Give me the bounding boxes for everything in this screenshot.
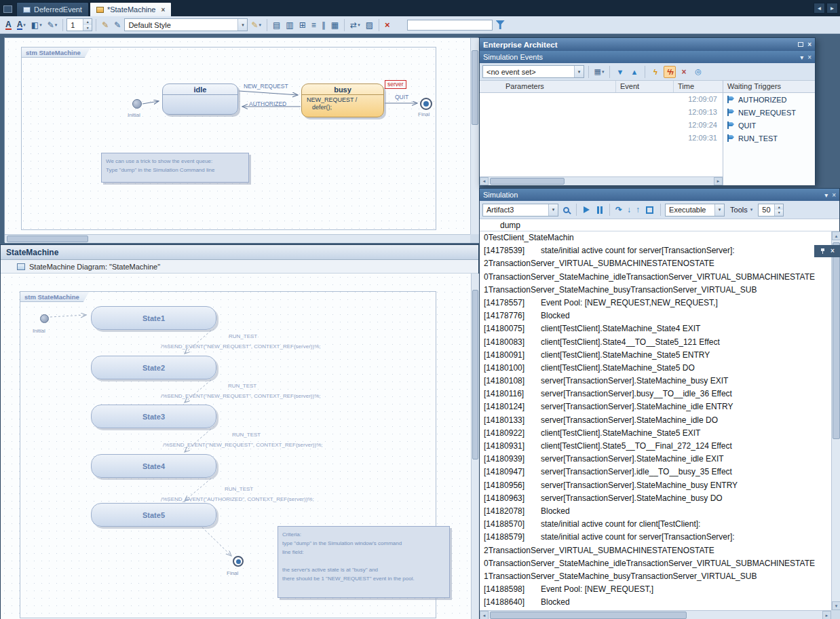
insert-image-button[interactable]: ▨ bbox=[364, 18, 375, 32]
close-icon[interactable]: × bbox=[807, 54, 812, 61]
run-simulation-button[interactable] bbox=[584, 206, 590, 213]
vertical-scrollbar[interactable] bbox=[471, 274, 479, 619]
style-pen-button[interactable]: ✎▾ bbox=[249, 18, 263, 32]
state-state5[interactable]: State5 bbox=[91, 503, 216, 527]
window-menu-icon[interactable]: ▾ bbox=[800, 54, 803, 61]
close-icon[interactable]: × bbox=[831, 248, 835, 255]
state-state2[interactable]: State2 bbox=[91, 356, 216, 379]
simulation-event-row[interactable]: 12:09:07 bbox=[480, 93, 723, 106]
font-face-button[interactable]: A▾ bbox=[15, 18, 28, 32]
artifact-dropdown[interactable]: Artifact3 ▾ bbox=[482, 204, 558, 217]
window-menu-icon[interactable]: ▾ bbox=[824, 191, 828, 199]
alignment-tool-button[interactable]: ▦ bbox=[329, 18, 341, 32]
relationships-button[interactable]: ⇄▾ bbox=[348, 18, 362, 32]
scrollbar-thumb[interactable] bbox=[472, 290, 478, 459]
simulation-command-input[interactable]: dump bbox=[480, 219, 839, 231]
note-element[interactable]: We can use a trick to show the event que… bbox=[101, 153, 249, 183]
close-tab-icon[interactable]: × bbox=[161, 6, 165, 14]
horizontal-scrollbar[interactable]: ◄ ► bbox=[480, 176, 723, 185]
simulation-event-row[interactable]: 12:09:13 bbox=[480, 106, 723, 119]
remove-event-icon[interactable]: × bbox=[678, 66, 690, 78]
scrollbar-thumb[interactable] bbox=[7, 236, 88, 242]
waiting-trigger-item[interactable]: RUN_TEST bbox=[723, 132, 815, 145]
column-header-event[interactable]: Event bbox=[616, 81, 674, 92]
scrollbar-thumb[interactable] bbox=[472, 50, 478, 125]
alignment-tool-button[interactable]: ▤ bbox=[271, 18, 282, 32]
simulation-log[interactable]: 0TestClient_StateMachin[14178539]state/i… bbox=[480, 231, 831, 610]
style-dropdown[interactable]: Default Style ▾ bbox=[124, 18, 248, 31]
event-list-view-icon[interactable]: ▦▾ bbox=[593, 66, 605, 78]
scroll-down-icon[interactable]: ▼ bbox=[832, 601, 840, 610]
format-brush-button[interactable]: ✎ bbox=[100, 18, 111, 32]
alignment-tool-button[interactable]: ▥ bbox=[284, 18, 295, 32]
multi-trigger-icon[interactable]: ϟϟ bbox=[664, 66, 676, 78]
window-titlebar[interactable]: Enterprise Architect × bbox=[480, 38, 815, 51]
final-node[interactable] bbox=[420, 98, 432, 110]
line-color-button[interactable]: ✎▾ bbox=[45, 18, 60, 32]
pause-button[interactable] bbox=[597, 206, 603, 214]
scroll-left-icon[interactable]: ◄ bbox=[480, 611, 489, 619]
scrollbar-thumb[interactable] bbox=[833, 242, 840, 439]
help-icon[interactable]: ◎ bbox=[692, 66, 704, 78]
final-node[interactable] bbox=[233, 556, 244, 567]
spin-up-icon[interactable]: ▲ bbox=[83, 19, 92, 25]
auto-hide-pin-icon[interactable] bbox=[820, 248, 826, 255]
vertical-scrollbar[interactable]: ▲ ▼ bbox=[831, 231, 840, 610]
diagram-breadcrumb[interactable]: StateMachine Diagram: "StateMachine" bbox=[1, 260, 478, 274]
step-out-button[interactable]: ↑ bbox=[634, 205, 641, 214]
move-event-down-icon[interactable]: ▼ bbox=[614, 66, 626, 78]
step-over-button[interactable]: ↷ bbox=[614, 205, 624, 214]
note-element[interactable]: Criteria:type "dump" in the Simulation w… bbox=[278, 526, 450, 598]
scroll-tabs-right-button[interactable]: ► bbox=[826, 3, 838, 14]
spin-down-icon[interactable]: ▼ bbox=[83, 25, 92, 31]
initial-node[interactable] bbox=[40, 314, 49, 323]
simulation-event-row[interactable]: 12:09:24 bbox=[480, 119, 723, 132]
horizontal-scrollbar[interactable] bbox=[5, 234, 470, 243]
state-state4[interactable]: State4 bbox=[91, 454, 216, 478]
spin-down-icon[interactable]: ▼ bbox=[775, 210, 783, 216]
state-idle[interactable]: idle bbox=[162, 83, 238, 115]
maximize-icon[interactable] bbox=[798, 42, 803, 47]
spin-up-icon[interactable]: ▲ bbox=[775, 204, 783, 210]
close-icon[interactable]: × bbox=[832, 191, 836, 199]
initial-node[interactable] bbox=[132, 99, 142, 109]
scroll-left-icon[interactable]: ◄ bbox=[480, 177, 489, 185]
simulation-header[interactable]: Simulation ▾ × bbox=[480, 189, 839, 201]
close-icon[interactable]: × bbox=[807, 41, 812, 48]
move-event-up-icon[interactable]: ▲ bbox=[628, 66, 641, 78]
step-into-button[interactable]: ↓ bbox=[626, 205, 632, 214]
alignment-tool-button[interactable]: ∥ bbox=[320, 18, 328, 32]
waiting-trigger-item[interactable]: AUTHORIZED bbox=[723, 93, 815, 106]
simulation-event-row[interactable]: 12:09:31 bbox=[480, 132, 723, 145]
font-color-button[interactable]: A bbox=[3, 18, 14, 32]
window-titlebar[interactable]: StateMachine bbox=[1, 245, 478, 260]
scrollbar-thumb[interactable] bbox=[490, 612, 687, 619]
scroll-tabs-left-button[interactable]: ◄ bbox=[814, 3, 825, 14]
scroll-up-icon[interactable]: ▲ bbox=[832, 231, 840, 240]
alignment-tool-button[interactable]: ≡ bbox=[309, 18, 318, 32]
tab-statemachine[interactable]: *StateMachine × bbox=[90, 2, 172, 16]
delete-button[interactable]: × bbox=[383, 18, 392, 32]
diagram-canvas-test-statemachine[interactable]: stm StateMachine Initial bbox=[1, 274, 471, 619]
format-pen-button[interactable]: ✎ bbox=[112, 18, 123, 32]
simulation-events-header[interactable]: Simulation Events ▾ × bbox=[480, 51, 815, 63]
line-width-spinner[interactable]: 1 ▲▼ bbox=[66, 18, 92, 31]
alignment-tool-button[interactable]: ⊞ bbox=[297, 18, 308, 32]
execution-mode-dropdown[interactable]: Executable ▾ bbox=[665, 204, 725, 217]
column-header-time[interactable]: Time bbox=[674, 81, 723, 92]
state-state3[interactable]: State3 bbox=[91, 405, 216, 428]
trigger-event-icon[interactable]: ϟ bbox=[649, 66, 662, 78]
search-icon[interactable] bbox=[563, 207, 569, 213]
diagram-canvas-statemachine[interactable]: stm StateMachine Initial idle bbox=[4, 37, 478, 242]
horizontal-scrollbar[interactable]: ◄ ► bbox=[480, 610, 831, 619]
scrollbar-thumb[interactable] bbox=[490, 178, 565, 185]
column-header-parameters[interactable]: Parameters bbox=[480, 81, 616, 92]
tab-deferredevent[interactable]: DeferredEvent bbox=[16, 2, 89, 16]
stop-button[interactable] bbox=[646, 206, 653, 214]
filter-icon[interactable] bbox=[494, 18, 507, 32]
vertical-scrollbar[interactable] bbox=[470, 38, 479, 234]
waiting-trigger-item[interactable]: QUIT bbox=[723, 119, 815, 132]
event-set-dropdown[interactable]: <no event set> ▾ bbox=[482, 65, 584, 78]
simulation-speed-spinner[interactable]: 50 ▲▼ bbox=[758, 204, 784, 217]
fill-color-button[interactable]: ◧▾ bbox=[29, 18, 44, 32]
